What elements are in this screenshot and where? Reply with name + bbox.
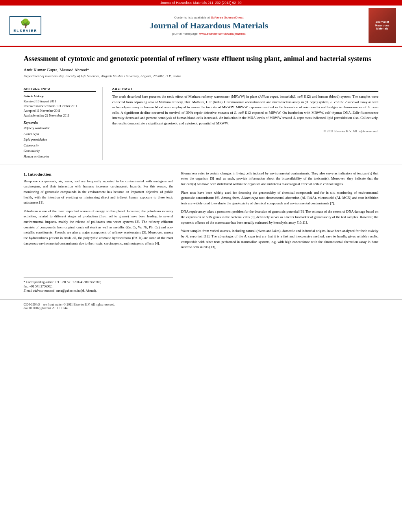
- footnote-1: * Corresponding author. Tel.: +91 571 27…: [24, 280, 173, 284]
- keyword-2: Allium cepa: [24, 132, 96, 137]
- journal-top-bar: Journal of Hazardous Materials 211–202 (…: [0, 0, 402, 6]
- intro-para-1: Biosphere components, air, water, soil a…: [24, 179, 173, 206]
- keyword-3: Lipid peroxidation: [24, 137, 96, 143]
- revised-date: Received in revised form 19 October 2011: [24, 104, 96, 109]
- main-content: 1. Introduction Biosphere components, ai…: [0, 165, 402, 300]
- article-footer: 0304-3894/$ – see front matter © 2011 El…: [0, 299, 402, 313]
- journal-bar-text: Journal of Hazardous Materials 211–202 (…: [160, 1, 241, 5]
- footnotes-area: * Corresponding author. Tel.: +91 571 27…: [24, 278, 173, 293]
- keywords-list: Refinery wastewater Allium cepa Lipid pe…: [24, 126, 96, 159]
- sciverse-anchor[interactable]: SciVerse ScienceDirect: [211, 16, 243, 19]
- footnote-2: fax: +91 571 2706002.: [24, 285, 173, 288]
- copyright-line: © 2011 Elsevier B.V. All rights reserved…: [112, 129, 378, 133]
- intro-para-5: DNA repair assay takes a prominent posit…: [181, 209, 378, 225]
- license-line: 0304-3894/$ – see front matter © 2011 El…: [24, 303, 378, 306]
- article-title-area: Assessment of cytotoxic and genotoxic po…: [0, 47, 402, 82]
- keyword-4: Cytotoxicity: [24, 143, 96, 148]
- sciverse-link: Contents lists available at SciVerse Sci…: [174, 16, 243, 19]
- email-label: E-mail address:: [24, 289, 44, 293]
- keywords-label: Keywords:: [24, 120, 96, 124]
- header-area: 🌳 ELSEVIER Contents lists available at S…: [0, 6, 402, 46]
- article-info-label: ARTICLE INFO: [24, 87, 96, 92]
- online-date: Available online 22 November 2011: [24, 113, 96, 118]
- email-address: masood_annu@yahoo.co.in (M. Ahmad).: [44, 289, 97, 293]
- elsevier-logo: 🌳 ELSEVIER: [4, 8, 51, 43]
- intro-para-6: Water samples from varied sources, inclu…: [181, 228, 378, 250]
- intro-para-4: Plant tests have been widely used for de…: [181, 190, 378, 206]
- elsevier-label: ELSEVIER: [13, 29, 37, 33]
- journal-cover-image: Journal ofHazardousMaterials: [367, 8, 398, 43]
- intro-para-3: Biomarkers refer to certain changes in l…: [181, 171, 378, 187]
- intro-para-2: Petroleum is one of the most important s…: [24, 209, 173, 246]
- keyword-1: Refinery wastewater: [24, 126, 96, 131]
- doi-line: doi:10.1016/j.jhazmat.2011.11.044: [24, 306, 378, 310]
- abstract-label: ABSTRACT: [112, 87, 378, 92]
- accepted-date: Accepted 11 November 2011: [24, 109, 96, 113]
- article-info-col: ARTICLE INFO Article history: Received 1…: [24, 87, 102, 159]
- homepage-url[interactable]: www.elsevier.com/locate/jhazmat: [199, 32, 245, 35]
- tree-icon: 🌳: [13, 19, 37, 29]
- email-line: E-mail address: masood_annu@yahoo.co.in …: [24, 289, 173, 293]
- cover-box: Journal ofHazardousMaterials: [369, 8, 396, 43]
- abstract-text: The work described here presents the tox…: [112, 94, 378, 126]
- introduction-heading: 1. Introduction: [24, 172, 173, 176]
- keyword-5: Genotoxicity: [24, 148, 96, 154]
- journal-homepage: journal homepage: www.elsevier.com/locat…: [172, 32, 246, 35]
- journal-title: Journal of Hazardous Materials: [150, 20, 268, 31]
- content-right: Biomarkers refer to certain changes in l…: [181, 171, 378, 294]
- received-date: Received 10 August 2011: [24, 99, 96, 104]
- history-label: Article history:: [24, 94, 96, 98]
- cover-title: Journal ofHazardousMaterials: [375, 20, 389, 30]
- content-left: 1. Introduction Biosphere components, ai…: [24, 171, 173, 294]
- article-authors: Amit Kumar Gupta, Masood Ahmad*: [24, 67, 378, 72]
- article-info-abstract-section: ARTICLE INFO Article history: Received 1…: [0, 82, 402, 165]
- article-title: Assessment of cytotoxic and genotoxic po…: [24, 54, 378, 63]
- logo-box: 🌳 ELSEVIER: [9, 16, 41, 35]
- article-affiliation: Department of Biochemistry, Faculty of L…: [24, 74, 378, 78]
- abstract-col: ABSTRACT The work described here present…: [110, 87, 378, 159]
- header-center: Contents lists available at SciVerse Sci…: [51, 8, 367, 43]
- keyword-6: Human erythrocytes: [24, 154, 96, 159]
